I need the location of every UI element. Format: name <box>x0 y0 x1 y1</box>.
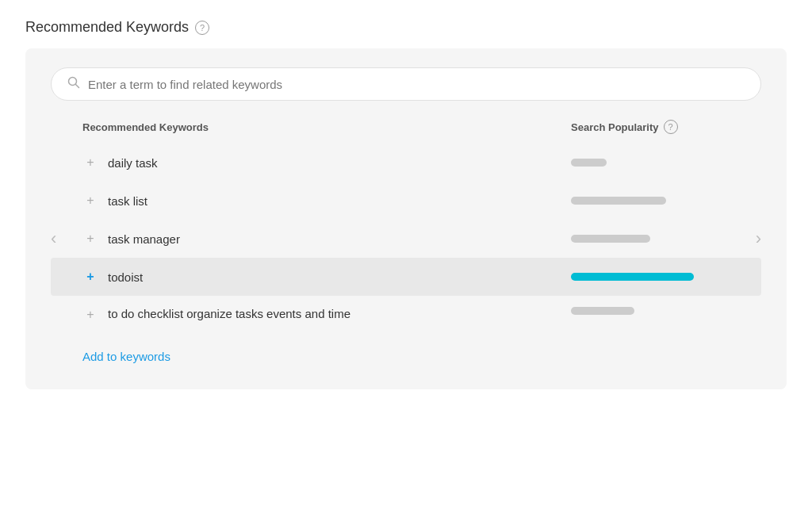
popularity-bar-wrap <box>571 307 730 315</box>
popularity-help-icon[interactable]: ? <box>664 120 678 134</box>
list-item: +to do checklist organize tasks events a… <box>51 296 761 334</box>
popularity-bar-wrap <box>571 159 730 167</box>
popularity-bar-wrap <box>571 197 730 205</box>
search-bar[interactable] <box>51 67 761 101</box>
svg-line-1 <box>76 85 79 88</box>
keyword-text: task list <box>108 194 571 208</box>
search-icon <box>67 76 80 92</box>
add-keyword-button[interactable]: + <box>82 307 98 323</box>
section-header: Recommended Keywords ? <box>25 19 787 36</box>
add-keyword-button[interactable]: + <box>82 193 98 209</box>
section-help-icon[interactable]: ? <box>195 21 209 35</box>
nav-prev-arrow[interactable]: ‹ <box>51 228 56 249</box>
list-item: +todoist <box>51 258 761 296</box>
add-keywords-link[interactable]: Add to keywords <box>82 350 170 363</box>
keyword-text: todoist <box>108 270 571 284</box>
search-input[interactable] <box>88 78 745 91</box>
popularity-bar <box>571 273 694 281</box>
keyword-text: daily task <box>108 156 571 170</box>
col-popularity-header: Search Popularity ? <box>571 120 730 134</box>
add-keyword-button[interactable]: + <box>82 269 98 285</box>
keyword-text: task manager <box>108 232 571 246</box>
list-item: +task manager <box>51 220 761 258</box>
keyword-text: to do checklist organize tasks events an… <box>108 307 571 320</box>
main-panel: Recommended Keywords Search Popularity ?… <box>25 48 787 389</box>
table-header: Recommended Keywords Search Popularity ? <box>51 120 761 140</box>
popularity-bar-wrap <box>571 273 730 281</box>
section-title: Recommended Keywords <box>25 19 189 36</box>
nav-next-arrow[interactable]: › <box>756 228 761 249</box>
popularity-bar <box>571 235 650 243</box>
popularity-bar <box>571 307 634 315</box>
popularity-bar <box>571 159 607 167</box>
add-keyword-button[interactable]: + <box>82 155 98 170</box>
add-keyword-button[interactable]: + <box>82 231 98 247</box>
list-item: +daily task <box>51 144 761 182</box>
popularity-bar-wrap <box>571 235 730 243</box>
recommended-keywords-panel: Recommended Keywords ? Recommended Keywo… <box>25 19 787 389</box>
list-item: +task list <box>51 182 761 220</box>
keyword-rows: ‹ +daily task+task list+task manager+tod… <box>51 144 761 334</box>
popularity-bar <box>571 197 666 205</box>
col-keywords-header: Recommended Keywords <box>82 120 571 134</box>
